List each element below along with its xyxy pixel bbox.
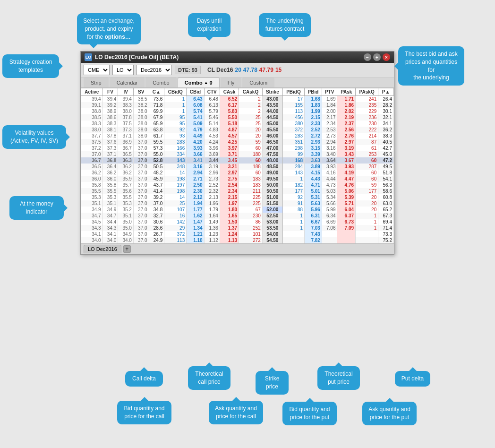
table-cell: 5.14 bbox=[204, 121, 220, 127]
table-cell: 40.5 bbox=[378, 139, 394, 145]
expiry-dropdown[interactable]: Dec2016 bbox=[137, 65, 172, 75]
table-row[interactable]: 39.439.439.438.573.616.436.486.52243.001… bbox=[81, 96, 394, 103]
table-cell: 99 bbox=[282, 151, 304, 157]
table-cell: 272 bbox=[239, 237, 263, 243]
table-cell: 36.8 bbox=[102, 157, 118, 164]
table-cell: 37.3 bbox=[102, 145, 118, 151]
table-cell: 2.53 bbox=[322, 127, 337, 133]
table-cell: 1.97 bbox=[220, 200, 239, 207]
table-cell: 29 bbox=[164, 225, 187, 231]
table-cell: 34.8 bbox=[149, 207, 164, 213]
table-row[interactable]: 35.135.135.337.037.0251.941.961.9722551.… bbox=[81, 200, 394, 207]
table-cell: 38.0 bbox=[118, 108, 134, 114]
table-cell: 51.50 bbox=[262, 200, 282, 207]
table-cell: 5.71 bbox=[337, 200, 356, 207]
table-cell: 2.52 bbox=[204, 182, 220, 188]
table-cell: 283 bbox=[164, 139, 187, 145]
table-row[interactable]: 34.034.034.037.024.91131.101.121.1327254… bbox=[81, 237, 394, 243]
table-row[interactable]: 37.237.336.737.057.31663.933.963.976047.… bbox=[81, 145, 394, 151]
table-cell: 44.00 bbox=[262, 108, 282, 114]
exchange-dropdown[interactable]: CME bbox=[84, 65, 110, 75]
table-cell: 37.0 bbox=[133, 188, 149, 194]
tab-strip[interactable]: Strip bbox=[84, 78, 109, 87]
table-row[interactable]: 34.534.435.037.030.61421.471.491.508653.… bbox=[81, 219, 394, 225]
tab-custom[interactable]: Custom bbox=[242, 78, 274, 87]
th-ctv: CTV bbox=[204, 88, 220, 96]
table-row[interactable]: 34.934.935.237.034.81071.771.791.806752.… bbox=[81, 207, 394, 213]
table-cell: 38.1 bbox=[102, 127, 118, 133]
table-cell: 35.5 bbox=[118, 194, 134, 200]
table-cell: 3.40 bbox=[322, 151, 337, 157]
tab-calendar[interactable]: Calendar bbox=[110, 78, 145, 87]
table-row[interactable]: 35.335.335.537.039.2142.122.132.1522551.… bbox=[81, 194, 394, 200]
table-cell: 198 bbox=[164, 176, 187, 182]
table-cell: 4.83 bbox=[204, 127, 220, 133]
product-dropdown[interactable]: LO bbox=[112, 65, 134, 75]
table-cell: 35.1 bbox=[81, 200, 103, 207]
table-cell: 38.0 bbox=[81, 127, 103, 133]
table-cell: 253 bbox=[356, 151, 378, 157]
table-row[interactable]: 35.835.835.737.043.71972.502.522.5418350… bbox=[81, 182, 394, 188]
table-cell: 34.1 bbox=[81, 231, 103, 237]
table-row[interactable]: 38.338.337.538.065.9955.095.145.182545.0… bbox=[81, 121, 394, 127]
table-row[interactable]: 35.535.535.637.041.41982.302.322.3421150… bbox=[81, 188, 394, 194]
table-row[interactable]: 38.538.637.838.067.9955.415.465.502544.5… bbox=[81, 114, 394, 121]
table-cell: 48.00 bbox=[262, 157, 282, 164]
table-row[interactable]: 38.838.938.038.069.915.745.795.83244.001… bbox=[81, 108, 394, 114]
table-row[interactable]: 37.537.636.937.059.52834.204.244.255946.… bbox=[81, 139, 394, 145]
tooltip-underlying-contract: The underlyingfutures contract bbox=[259, 13, 311, 37]
table-cell: 35.0 bbox=[118, 225, 134, 231]
minimize-button[interactable]: − bbox=[364, 53, 371, 61]
table-cell: 35.0 bbox=[118, 219, 134, 225]
table-cell: 1.23 bbox=[204, 231, 220, 237]
table-cell: 7.06 bbox=[322, 225, 337, 231]
table-cell: 2.15 bbox=[220, 194, 239, 200]
table-row[interactable]: 34.734.735.137.032.7161.621.641.6523052.… bbox=[81, 213, 394, 219]
table-cell: 37.1 bbox=[118, 133, 134, 139]
table-row[interactable]: 34.334.335.037.028.6291.341.361.3725253.… bbox=[81, 225, 394, 231]
table-cell: 51.00 bbox=[262, 194, 282, 200]
table-cell: 2.32 bbox=[204, 188, 220, 194]
table-cell: 4.43 bbox=[305, 176, 322, 182]
underlying-bid-qty: 20 bbox=[235, 67, 241, 73]
table-cell: 20 bbox=[356, 194, 378, 200]
table-cell: 37.0 bbox=[133, 237, 149, 243]
table-cell: 166 bbox=[164, 145, 187, 151]
table-cell: 35.3 bbox=[102, 194, 118, 200]
close-button[interactable]: × bbox=[383, 53, 390, 61]
table-row[interactable]: 36.536.436.237.050.53483.163.193.2118848… bbox=[81, 164, 394, 170]
maximize-button[interactable]: + bbox=[373, 53, 381, 61]
table-cell: 6.52 bbox=[220, 96, 239, 103]
table-row[interactable]: 37.737.837.138.061.7934.494.534.572046.0… bbox=[81, 133, 394, 139]
table-row[interactable]: 37.037.136.537.055.03343.663.693.7118047… bbox=[81, 151, 394, 157]
table-cell: 59.5 bbox=[149, 139, 164, 145]
table-cell: 37.0 bbox=[133, 225, 149, 231]
table-row[interactable]: 38.038.137.338.063.8924.794.834.872045.5… bbox=[81, 127, 394, 133]
add-tab-button[interactable]: + bbox=[123, 245, 131, 253]
underlying-ask-qty: 15 bbox=[275, 67, 282, 73]
table-cell: 6.43 bbox=[187, 96, 204, 103]
tab-fly[interactable]: Fly bbox=[221, 78, 242, 87]
table-cell: 2.97 bbox=[220, 170, 239, 176]
table-cell: 2.96 bbox=[204, 170, 220, 176]
table-cell: 6.31 bbox=[305, 213, 322, 219]
table-row[interactable]: 36.036.035.937.045.91982.712.732.7518349… bbox=[81, 176, 394, 182]
table-row[interactable]: 36.236.236.237.048.2142.942.962.976049.0… bbox=[81, 170, 394, 176]
table-cell: 6.17 bbox=[220, 102, 239, 108]
table-cell: 20 bbox=[356, 207, 378, 213]
tooltip-underlying-text: The underlyingfutures contract bbox=[265, 17, 305, 32]
tooltip-call-bid: Bid quantity andprice for the call bbox=[117, 401, 171, 424]
table-cell: 229 bbox=[356, 108, 378, 114]
table-row[interactable]: 34.134.134.937.026.73721.211.231.2410154… bbox=[81, 231, 394, 237]
table-cell: 5.83 bbox=[220, 108, 239, 114]
table-cell: 35.6 bbox=[118, 188, 134, 194]
bottom-tab-lo[interactable]: LO Dec2016 bbox=[84, 245, 121, 253]
table-cell: 1.94 bbox=[187, 200, 204, 207]
table-cell: 4.71 bbox=[305, 182, 322, 188]
table-cell: 36.0 bbox=[81, 176, 103, 182]
table-cell: 113 bbox=[164, 237, 187, 243]
table-row[interactable]: 39.139.238.338.271.816.086.136.17243.501… bbox=[81, 102, 394, 108]
table-row[interactable]: 36.736.836.337.052.81433.413.443.456048.… bbox=[81, 157, 394, 164]
tab-combo-arrow[interactable]: Combo ▲0 bbox=[178, 78, 220, 87]
tab-combo[interactable]: Combo bbox=[145, 78, 176, 87]
